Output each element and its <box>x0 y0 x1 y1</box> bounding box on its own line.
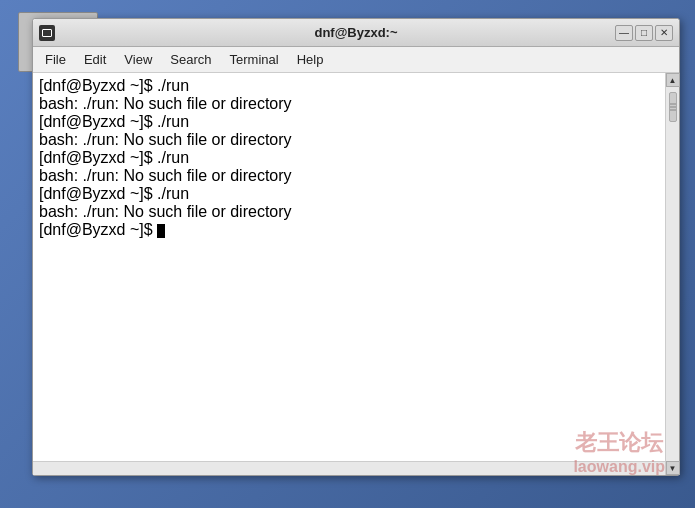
window-controls: — □ ✕ <box>615 25 673 41</box>
terminal-window: dnf@Byzxd:~ — □ ✕ File Edit View Search … <box>32 18 680 476</box>
menu-search[interactable]: Search <box>162 50 219 69</box>
terminal-line: bash: ./run: No such file or directory <box>39 203 673 221</box>
grip-lines <box>670 104 676 111</box>
window-title: dnf@Byzxd:~ <box>314 25 397 40</box>
terminal-line: bash: ./run: No such file or directory <box>39 131 673 149</box>
desktop: dnf@Byzxd:~ — □ ✕ File Edit View Search … <box>0 0 695 508</box>
menu-help[interactable]: Help <box>289 50 332 69</box>
scroll-down-arrow[interactable]: ▼ <box>666 461 680 475</box>
scroll-track[interactable] <box>666 87 679 461</box>
terminal-line: bash: ./run: No such file or directory <box>39 95 673 113</box>
menu-bar: File Edit View Search Terminal Help <box>33 47 679 73</box>
title-bar-left <box>39 25 55 41</box>
scroll-thumb[interactable] <box>669 92 677 122</box>
menu-edit[interactable]: Edit <box>76 50 114 69</box>
close-button[interactable]: ✕ <box>655 25 673 41</box>
grip-line <box>670 104 676 105</box>
menu-file[interactable]: File <box>37 50 74 69</box>
menu-terminal[interactable]: Terminal <box>222 50 287 69</box>
terminal-line: [dnf@Byzxd ~]$ ./run <box>39 77 673 95</box>
horizontal-scrollbar[interactable] <box>33 461 665 475</box>
terminal-line: [dnf@Byzxd ~]$ ./run <box>39 185 673 203</box>
terminal-content-area: [dnf@Byzxd ~]$ ./run bash: ./run: No suc… <box>33 73 679 475</box>
menu-view[interactable]: View <box>116 50 160 69</box>
terminal-line: [dnf@Byzxd ~]$ ./run <box>39 149 673 167</box>
vertical-scrollbar[interactable]: ▲ ▼ <box>665 73 679 475</box>
terminal-icon <box>39 25 55 41</box>
maximize-button[interactable]: □ <box>635 25 653 41</box>
terminal-prompt-line: [dnf@Byzxd ~]$ <box>39 221 673 239</box>
scroll-up-arrow[interactable]: ▲ <box>666 73 680 87</box>
terminal-line: [dnf@Byzxd ~]$ ./run <box>39 113 673 131</box>
terminal-cursor <box>157 224 165 238</box>
title-bar: dnf@Byzxd:~ — □ ✕ <box>33 19 679 47</box>
terminal-text-area[interactable]: [dnf@Byzxd ~]$ ./run bash: ./run: No suc… <box>33 73 679 475</box>
terminal-line: bash: ./run: No such file or directory <box>39 167 673 185</box>
icon-inner <box>42 29 52 37</box>
grip-line <box>670 107 676 108</box>
minimize-button[interactable]: — <box>615 25 633 41</box>
grip-line <box>670 110 676 111</box>
